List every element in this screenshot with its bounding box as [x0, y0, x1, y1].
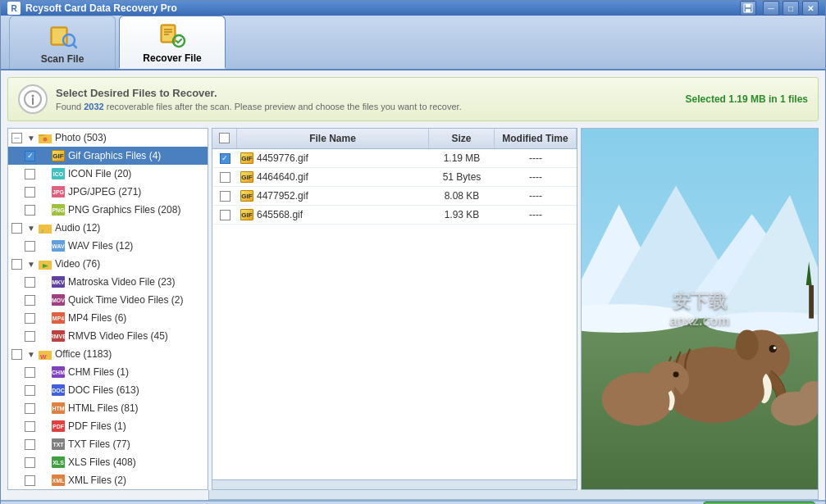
- tree-checkbox-icon[interactable]: [25, 169, 35, 179]
- tree-item-video[interactable]: ▼ Video (76): [8, 255, 208, 273]
- scan-tab-icon: [48, 20, 77, 50]
- tree-checkbox-wav[interactable]: [25, 241, 35, 252]
- tree-panel[interactable]: ─ ▼ Photo (503) ✓ GIF: [7, 128, 208, 490]
- wav-file-icon: WAV: [52, 239, 65, 252]
- tree-item-html[interactable]: HTM HTML Files (81): [8, 399, 208, 417]
- tree-label-png: PNG Graphics Files (208): [68, 204, 180, 216]
- info-count: 2032: [84, 102, 103, 111]
- tree-label-mp4: MP4 Files (6): [68, 312, 126, 324]
- file-panel-scrollbar[interactable]: [212, 479, 577, 489]
- row-checkbox-4[interactable]: [212, 207, 237, 224]
- tab-recover[interactable]: Recover File: [119, 16, 226, 69]
- tree-item-gif[interactable]: ✓ GIF Gif Graphics Files (4): [8, 147, 208, 165]
- tree-checkbox-pdf[interactable]: [25, 421, 35, 432]
- info-bar: Select Desired Files to Recover. Found 2…: [7, 77, 819, 121]
- row-checkbox-1[interactable]: ✓: [212, 150, 237, 167]
- tree-checkbox-mkv[interactable]: [25, 277, 35, 288]
- tree-toggle-video[interactable]: ▼: [25, 258, 37, 270]
- row-checkbox-3[interactable]: [212, 188, 237, 205]
- gif-icon-4: GIF: [240, 209, 253, 220]
- horizontal-scrollbar[interactable]: [208, 490, 819, 500]
- tree-toggle-office[interactable]: ▼: [25, 348, 37, 360]
- tree-checkbox-xls[interactable]: [25, 457, 35, 468]
- tree-checkbox-mp4[interactable]: [25, 313, 35, 324]
- tree-checkbox-txt[interactable]: [25, 439, 35, 450]
- tree-item-mkv[interactable]: MKV Matroska Video File (23): [8, 273, 208, 291]
- qt-file-icon: MOV: [52, 293, 65, 306]
- jpg-file-icon: JPG: [52, 185, 65, 198]
- tree-label-qt: Quick Time Video Files (2): [68, 294, 184, 306]
- file-checkbox-4[interactable]: [220, 210, 230, 220]
- info-desc-after: recoverable files after the scan. Please…: [104, 102, 462, 111]
- tree-checkbox-doc[interactable]: [25, 385, 35, 396]
- svg-point-44: [774, 347, 776, 349]
- tree-checkbox-jpg[interactable]: [25, 187, 35, 198]
- tree-checkbox-rmvb[interactable]: [25, 331, 35, 342]
- video-folder-icon: [39, 257, 52, 270]
- tab-bar: Scan File Recover File: [1, 16, 825, 70]
- info-title: Select Desired Files to Recover.: [56, 87, 686, 99]
- maximize-button[interactable]: □: [783, 1, 799, 16]
- tree-item-jpg[interactable]: JPG JPG/JPEG (271): [8, 183, 208, 201]
- file-row[interactable]: ✓ GIF 4459776.gif 1.19 MB ----: [212, 149, 577, 168]
- file-row[interactable]: GIF 4477952.gif 8.08 KB ----: [212, 187, 577, 206]
- tree-checkbox-xml[interactable]: [25, 475, 35, 486]
- chm-file-icon: CHM: [52, 366, 65, 379]
- tab-scan[interactable]: Scan File: [9, 16, 116, 69]
- content-area: Select Desired Files to Recover. Found 2…: [1, 70, 825, 500]
- tree-checkbox-office[interactable]: [11, 349, 22, 360]
- tree-item-xml[interactable]: XML XML Files (2): [8, 471, 208, 489]
- scan-tab-label: Scan File: [41, 53, 84, 65]
- tree-item-pdf[interactable]: PDF PDF Files (1): [8, 417, 208, 435]
- file-row[interactable]: GIF 645568.gif 1.93 KB ----: [212, 206, 577, 225]
- tree-item-xls[interactable]: XLS XLS Files (408): [8, 453, 208, 471]
- tree-item-rmvb[interactable]: RMVB RMVB Video Files (45): [8, 327, 208, 345]
- app-icon: R: [7, 2, 21, 15]
- tree-checkbox-png[interactable]: [25, 205, 35, 216]
- minimize-button[interactable]: ─: [763, 1, 779, 16]
- header-checkbox-col[interactable]: [212, 129, 237, 148]
- tree-checkbox-audio[interactable]: [11, 223, 22, 234]
- tree-item-doc[interactable]: DOC DOC Files (613): [8, 381, 208, 399]
- file-row[interactable]: GIF 4464640.gif 51 Bytes ----: [212, 168, 577, 187]
- tree-checkbox-photo[interactable]: ─: [11, 133, 22, 143]
- tree-item-mp4[interactable]: MP4 MP4 Files (6): [8, 309, 208, 327]
- file-size-1: 1.19 MB: [429, 149, 495, 167]
- photo-folder-icon: [39, 131, 52, 144]
- select-all-checkbox[interactable]: [219, 133, 230, 143]
- tree-item-icon[interactable]: ICO ICON File (20): [8, 165, 208, 183]
- tree-checkbox-video[interactable]: [11, 259, 22, 270]
- tree-item-audio[interactable]: ▼ ♪ Audio (12): [8, 219, 208, 237]
- tree-label-wav: WAV Files (12): [68, 240, 133, 252]
- header-filename: File Name: [237, 129, 429, 148]
- office-folder-icon: W: [39, 347, 52, 361]
- tree-label-audio: Audio (12): [55, 222, 100, 234]
- tree-item-office[interactable]: ▼ W Office (1183): [8, 345, 208, 363]
- tree-item-png[interactable]: PNG PNG Graphics Files (208): [8, 201, 208, 219]
- file-checkbox-1[interactable]: ✓: [220, 153, 230, 164]
- tree-toggle-audio[interactable]: ▼: [25, 222, 37, 234]
- tree-checkbox-gif[interactable]: ✓: [25, 151, 35, 161]
- tree-item-chm[interactable]: CHM CHM Files (1): [8, 363, 208, 381]
- file-checkbox-3[interactable]: [220, 191, 230, 202]
- selected-info: Selected 1.19 MB in 1 files: [686, 93, 808, 105]
- tree-checkbox-qt[interactable]: [25, 295, 35, 306]
- tree-label-icon: ICON File (20): [68, 168, 131, 179]
- row-checkbox-2[interactable]: [212, 169, 237, 186]
- svg-point-19: [43, 138, 48, 142]
- tree-checkbox-chm[interactable]: [25, 367, 35, 378]
- recover-tab-icon: [157, 20, 187, 49]
- tree-item-qt[interactable]: MOV Quick Time Video Files (2): [8, 291, 208, 309]
- tree-toggle-photo[interactable]: ▼: [25, 132, 37, 143]
- xml-file-icon: XML: [52, 474, 65, 487]
- close-button[interactable]: ✕: [802, 1, 819, 16]
- tree-checkbox-html[interactable]: [25, 403, 35, 414]
- tree-item-photo[interactable]: ─ ▼ Photo (503): [8, 129, 208, 147]
- tree-item-wav[interactable]: WAV WAV Files (12): [8, 237, 208, 255]
- file-name-3: GIF 4477952.gif: [237, 187, 429, 205]
- tree-label-doc: DOC Files (613): [68, 384, 139, 396]
- file-checkbox-2[interactable]: [220, 172, 230, 183]
- tree-item-txt[interactable]: TXT TXT Files (77): [8, 435, 208, 453]
- gif-icon-3: GIF: [240, 190, 253, 202]
- save-button[interactable]: [740, 1, 756, 16]
